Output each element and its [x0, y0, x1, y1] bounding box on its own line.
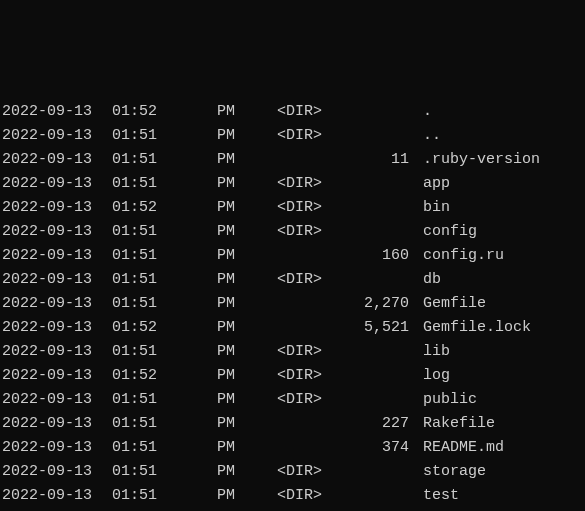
entry-ampm: PM: [217, 436, 277, 460]
entry-dir-flag: <DIR>: [277, 196, 337, 220]
entry-dir-flag: <DIR>: [277, 388, 337, 412]
listing-row: 2022-09-1301:52PM<DIR>.: [2, 100, 583, 124]
entry-name: .: [417, 100, 583, 124]
entry-ampm: PM: [217, 412, 277, 436]
listing-row: 2022-09-1301:52PM5,521Gemfile.lock: [2, 316, 583, 340]
entry-time: 01:51: [112, 460, 217, 484]
listing-row: 2022-09-1301:52PM<DIR>bin: [2, 196, 583, 220]
entry-time: 01:52: [112, 364, 217, 388]
entry-time: 01:51: [112, 292, 217, 316]
entry-ampm: PM: [217, 220, 277, 244]
listing-row: 2022-09-1301:51PM374README.md: [2, 436, 583, 460]
entry-time: 01:51: [112, 148, 217, 172]
entry-ampm: PM: [217, 340, 277, 364]
entry-date: 2022-09-13: [2, 172, 112, 196]
entry-size: 2,270: [337, 292, 417, 316]
entry-name: Gemfile.lock: [417, 316, 583, 340]
entry-time: 01:51: [112, 172, 217, 196]
listing-row: 2022-09-1301:51PM<DIR>public: [2, 388, 583, 412]
entry-name: log: [417, 364, 583, 388]
listing-row: 2022-09-1301:51PM<DIR>config: [2, 220, 583, 244]
entry-name: public: [417, 388, 583, 412]
entry-time: 01:52: [112, 316, 217, 340]
entry-ampm: PM: [217, 196, 277, 220]
entry-size: 11: [337, 148, 417, 172]
entry-name: ..: [417, 124, 583, 148]
entry-dir-flag: <DIR>: [277, 364, 337, 388]
listing-row: 2022-09-1301:51PM<DIR>..: [2, 124, 583, 148]
listing-row: 2022-09-1301:51PM<DIR>test: [2, 484, 583, 508]
entry-time: 01:52: [112, 100, 217, 124]
listing-row: 2022-09-1301:51PM<DIR>db: [2, 268, 583, 292]
entry-name: config.ru: [417, 244, 583, 268]
entry-time: 01:51: [112, 340, 217, 364]
entry-dir-flag: <DIR>: [277, 460, 337, 484]
entry-ampm: PM: [217, 268, 277, 292]
entry-name: storage: [417, 460, 583, 484]
entry-dir-flag: <DIR>: [277, 100, 337, 124]
entry-date: 2022-09-13: [2, 196, 112, 220]
directory-listing: 2022-09-1301:52PM<DIR>.2022-09-1301:51PM…: [2, 100, 583, 511]
entry-name: config: [417, 220, 583, 244]
entry-ampm: PM: [217, 484, 277, 508]
entry-time: 01:51: [112, 244, 217, 268]
entry-ampm: PM: [217, 172, 277, 196]
listing-row: 2022-09-1301:51PM2,270Gemfile: [2, 292, 583, 316]
entry-ampm: PM: [217, 244, 277, 268]
entry-date: 2022-09-13: [2, 268, 112, 292]
entry-time: 01:51: [112, 388, 217, 412]
entry-ampm: PM: [217, 124, 277, 148]
entry-ampm: PM: [217, 100, 277, 124]
entry-size: 5,521: [337, 316, 417, 340]
entry-date: 2022-09-13: [2, 292, 112, 316]
entry-name: lib: [417, 340, 583, 364]
entry-ampm: PM: [217, 148, 277, 172]
entry-time: 01:52: [112, 196, 217, 220]
entry-time: 01:51: [112, 412, 217, 436]
entry-time: 01:51: [112, 484, 217, 508]
entry-time: 01:51: [112, 268, 217, 292]
entry-date: 2022-09-13: [2, 460, 112, 484]
entry-time: 01:51: [112, 124, 217, 148]
entry-date: 2022-09-13: [2, 436, 112, 460]
entry-size: 227: [337, 412, 417, 436]
entry-date: 2022-09-13: [2, 100, 112, 124]
entry-ampm: PM: [217, 364, 277, 388]
entry-name: Rakefile: [417, 412, 583, 436]
entry-name: .ruby-version: [417, 148, 583, 172]
entry-date: 2022-09-13: [2, 412, 112, 436]
entry-ampm: PM: [217, 460, 277, 484]
entry-name: README.md: [417, 436, 583, 460]
entry-date: 2022-09-13: [2, 364, 112, 388]
entry-date: 2022-09-13: [2, 148, 112, 172]
entry-date: 2022-09-13: [2, 484, 112, 508]
entry-dir-flag: <DIR>: [277, 268, 337, 292]
entry-dir-flag: <DIR>: [277, 220, 337, 244]
entry-date: 2022-09-13: [2, 244, 112, 268]
entry-name: Gemfile: [417, 292, 583, 316]
entry-ampm: PM: [217, 292, 277, 316]
entry-date: 2022-09-13: [2, 316, 112, 340]
entry-date: 2022-09-13: [2, 340, 112, 364]
entry-time: 01:51: [112, 220, 217, 244]
entry-size: 160: [337, 244, 417, 268]
entry-date: 2022-09-13: [2, 220, 112, 244]
listing-row: 2022-09-1301:52PM<DIR>log: [2, 364, 583, 388]
listing-row: 2022-09-1301:51PM227Rakefile: [2, 412, 583, 436]
listing-row: 2022-09-1301:51PM<DIR>app: [2, 172, 583, 196]
entry-dir-flag: <DIR>: [277, 124, 337, 148]
entry-name: db: [417, 268, 583, 292]
entry-ampm: PM: [217, 316, 277, 340]
listing-row: 2022-09-1301:51PM11.ruby-version: [2, 148, 583, 172]
entry-name: test: [417, 484, 583, 508]
entry-size: 374: [337, 436, 417, 460]
entry-date: 2022-09-13: [2, 388, 112, 412]
entry-dir-flag: <DIR>: [277, 484, 337, 508]
listing-row: 2022-09-1301:51PM<DIR>lib: [2, 340, 583, 364]
listing-row: 2022-09-1301:51PM<DIR>storage: [2, 460, 583, 484]
entry-time: 01:51: [112, 436, 217, 460]
entry-ampm: PM: [217, 388, 277, 412]
entry-date: 2022-09-13: [2, 124, 112, 148]
entry-dir-flag: <DIR>: [277, 172, 337, 196]
listing-row: 2022-09-1301:51PM160config.ru: [2, 244, 583, 268]
